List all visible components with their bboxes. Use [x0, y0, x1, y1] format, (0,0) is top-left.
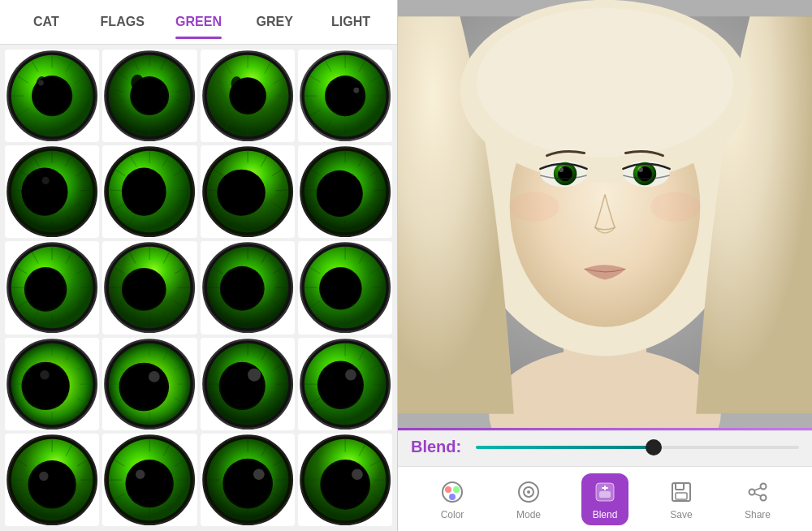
share-icon — [744, 478, 771, 506]
eye-option-9[interactable] — [5, 241, 99, 334]
svg-point-187 — [328, 276, 337, 287]
svg-point-319 — [449, 494, 456, 500]
svg-point-255 — [39, 472, 48, 481]
eye-option-14[interactable] — [102, 338, 197, 430]
eye-option-20[interactable] — [298, 434, 392, 526]
svg-point-314 — [510, 192, 559, 222]
svg-point-186 — [321, 270, 360, 309]
blend-tab-label: Blend — [593, 509, 618, 520]
blend-label: Blend: — [411, 438, 468, 456]
svg-rect-329 — [676, 493, 687, 499]
toolbar-save[interactable]: Save — [658, 473, 705, 525]
svg-point-172 — [222, 269, 262, 309]
eye-option-10[interactable] — [102, 241, 197, 334]
blend-area: Blend: — [398, 430, 812, 466]
photo-area — [398, 0, 812, 430]
svg-point-240 — [319, 362, 362, 407]
toolbar-mode[interactable]: Mode — [505, 473, 552, 525]
tabs-row: CAT FLAGS GREEN GREY LIGHT — [0, 0, 397, 45]
eye-option-16[interactable] — [298, 338, 392, 430]
svg-line-334 — [754, 494, 761, 496]
eye-option-8[interactable] — [298, 145, 392, 238]
tab-light[interactable]: LIGHT — [313, 6, 389, 37]
svg-point-330 — [761, 483, 767, 489]
svg-rect-328 — [676, 483, 684, 490]
bottom-toolbar: Color Mode — [398, 466, 812, 531]
eye-option-11[interactable] — [201, 241, 295, 334]
svg-point-215 — [149, 371, 160, 382]
svg-point-214 — [121, 365, 167, 409]
svg-point-241 — [345, 369, 356, 380]
svg-point-269 — [136, 469, 145, 478]
share-label: Share — [745, 509, 771, 520]
svg-point-268 — [127, 461, 172, 506]
main-container: CAT FLAGS GREEN GREY LIGHT — [0, 0, 812, 531]
save-label: Save — [670, 509, 692, 520]
blend-thumb[interactable] — [646, 439, 662, 455]
save-icon — [667, 478, 695, 506]
svg-point-36 — [132, 75, 145, 92]
svg-point-331 — [749, 489, 755, 494]
eye-option-7[interactable] — [201, 145, 295, 238]
eye-option-2[interactable] — [102, 50, 197, 142]
tab-grey[interactable]: GREY — [236, 6, 313, 37]
eye-option-12[interactable] — [298, 241, 392, 334]
toolbar-color[interactable]: Color — [429, 473, 476, 525]
svg-point-86 — [42, 177, 50, 184]
svg-point-294 — [322, 461, 368, 507]
svg-point-85 — [21, 168, 67, 216]
svg-rect-324 — [599, 491, 611, 498]
eye-option-4[interactable] — [298, 50, 392, 142]
blend-icon — [591, 478, 619, 506]
svg-point-315 — [650, 192, 700, 222]
svg-point-254 — [30, 462, 75, 507]
eye-option-3[interactable] — [201, 50, 295, 142]
svg-point-201 — [40, 370, 49, 379]
tab-flags[interactable]: FLAGS — [84, 6, 161, 37]
eye-option-17[interactable] — [5, 434, 99, 526]
svg-point-318 — [453, 486, 460, 493]
eye-option-6[interactable] — [102, 145, 197, 238]
svg-point-322 — [527, 490, 530, 494]
svg-point-308 — [559, 167, 564, 172]
eye-option-19[interactable] — [201, 434, 295, 526]
eye-option-13[interactable] — [5, 338, 99, 430]
mode-label: Mode — [516, 509, 541, 520]
right-panel: Blend: Color — [398, 0, 812, 531]
blend-fill — [476, 446, 654, 449]
mode-icon — [515, 478, 542, 506]
svg-point-282 — [253, 468, 264, 480]
svg-line-333 — [754, 488, 761, 490]
svg-point-142 — [33, 277, 42, 288]
toolbar-blend[interactable]: Blend — [581, 473, 628, 525]
svg-point-173 — [229, 274, 240, 287]
svg-point-113 — [217, 170, 265, 216]
eyes-grid — [0, 45, 397, 531]
svg-point-53 — [231, 76, 242, 91]
color-label: Color — [441, 509, 464, 520]
svg-point-159 — [132, 277, 141, 288]
svg-point-70 — [353, 88, 359, 93]
svg-point-281 — [224, 460, 270, 507]
svg-point-303 — [477, 8, 733, 158]
svg-point-69 — [326, 77, 364, 114]
svg-point-317 — [445, 486, 451, 493]
tab-cat[interactable]: CAT — [8, 6, 84, 37]
eye-option-15[interactable] — [201, 338, 295, 430]
blend-track[interactable] — [476, 446, 799, 449]
svg-point-313 — [638, 167, 643, 172]
svg-point-228 — [248, 368, 261, 381]
eye-option-1[interactable] — [5, 50, 99, 142]
eye-option-18[interactable] — [102, 434, 197, 526]
svg-point-332 — [761, 494, 767, 500]
svg-point-17 — [38, 80, 44, 86]
svg-point-158 — [123, 270, 164, 309]
color-icon — [438, 478, 466, 506]
svg-point-101 — [122, 168, 166, 216]
tab-green[interactable]: GREEN — [161, 6, 237, 37]
eye-option-5[interactable] — [5, 145, 99, 238]
svg-point-141 — [26, 270, 65, 310]
toolbar-share[interactable]: Share — [734, 473, 781, 525]
svg-point-295 — [352, 468, 363, 480]
left-panel: CAT FLAGS GREEN GREY LIGHT — [0, 0, 398, 531]
